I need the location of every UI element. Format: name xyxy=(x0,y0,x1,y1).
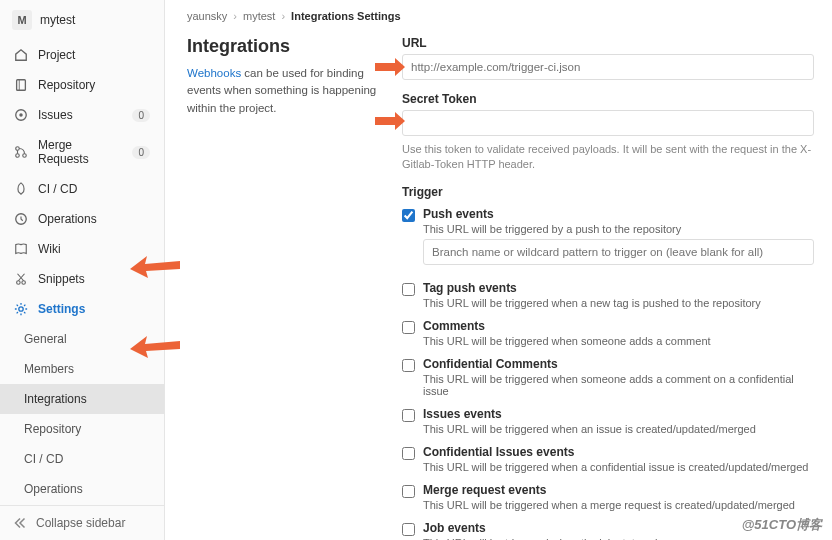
breadcrumb-group[interactable]: yaunsky xyxy=(187,10,227,22)
subnav-item-operations[interactable]: Operations xyxy=(0,474,164,504)
trigger-name: Merge request events xyxy=(423,483,814,497)
breadcrumb-current: Integrations Settings xyxy=(291,10,400,22)
subnav-label: General xyxy=(24,332,67,346)
sidebar-nav: ProjectRepositoryIssues0Merge Requests0C… xyxy=(0,40,164,505)
subnav-label: Operations xyxy=(24,482,83,496)
intro-text: Webhooks can be used for binding events … xyxy=(187,65,382,117)
repo-icon xyxy=(14,78,28,92)
sidebar-item-settings[interactable]: Settings xyxy=(0,294,164,324)
page-title: Integrations xyxy=(187,36,382,57)
snippets-icon xyxy=(14,272,28,286)
trigger-item: Push eventsThis URL will be triggered by… xyxy=(402,207,814,271)
trigger-list: Push eventsThis URL will be triggered by… xyxy=(402,207,814,540)
svg-point-5 xyxy=(23,154,27,158)
subnav-label: Integrations xyxy=(24,392,87,406)
breadcrumb-project[interactable]: mytest xyxy=(243,10,275,22)
svg-point-4 xyxy=(16,154,20,158)
trigger-name: Confidential Comments xyxy=(423,357,814,371)
subnav-item-ci-cd[interactable]: CI / CD xyxy=(0,444,164,474)
trigger-checkbox[interactable] xyxy=(402,321,415,334)
secret-input[interactable] xyxy=(402,110,814,136)
subnav-item-repository[interactable]: Repository xyxy=(0,414,164,444)
subnav-label: Repository xyxy=(24,422,81,436)
sidebar-item-repository[interactable]: Repository xyxy=(0,70,164,100)
trigger-checkbox[interactable] xyxy=(402,209,415,222)
sidebar-item-ci-cd[interactable]: CI / CD xyxy=(0,174,164,204)
trigger-item: CommentsThis URL will be triggered when … xyxy=(402,319,814,347)
sidebar-item-label: Settings xyxy=(38,302,85,316)
collapse-sidebar[interactable]: Collapse sidebar xyxy=(0,505,164,540)
trigger-item: Tag push eventsThis URL will be triggere… xyxy=(402,281,814,309)
sidebar-item-wiki[interactable]: Wiki xyxy=(0,234,164,264)
subnav-item-integrations[interactable]: Integrations xyxy=(0,384,164,414)
trigger-desc: This URL will be triggered when someone … xyxy=(423,335,814,347)
trigger-desc: This URL will be triggered when a new ta… xyxy=(423,297,814,309)
trigger-name: Confidential Issues events xyxy=(423,445,814,459)
svg-point-2 xyxy=(19,113,23,117)
sidebar-item-merge-requests[interactable]: Merge Requests0 xyxy=(0,130,164,174)
webhooks-link[interactable]: Webhooks xyxy=(187,67,241,79)
trigger-name: Tag push events xyxy=(423,281,814,295)
sidebar-item-project[interactable]: Project xyxy=(0,40,164,70)
sidebar-item-label: Snippets xyxy=(38,272,85,286)
count-badge: 0 xyxy=(132,109,150,122)
watermark: @51CTO博客 xyxy=(742,516,822,534)
svg-point-7 xyxy=(17,281,21,285)
sidebar-item-issues[interactable]: Issues0 xyxy=(0,100,164,130)
ops-icon xyxy=(14,212,28,226)
trigger-checkbox[interactable] xyxy=(402,447,415,460)
count-badge: 0 xyxy=(132,146,150,159)
trigger-item: Issues eventsThis URL will be triggered … xyxy=(402,407,814,435)
issues-icon xyxy=(14,108,28,122)
url-label: URL xyxy=(402,36,814,50)
sidebar-item-label: Merge Requests xyxy=(38,138,122,166)
trigger-desc: This URL will be triggered when a merge … xyxy=(423,499,814,511)
subnav-label: CI / CD xyxy=(24,452,63,466)
gear-icon xyxy=(14,302,28,316)
project-avatar: M xyxy=(12,10,32,30)
trigger-desc: This URL will be triggered when a confid… xyxy=(423,461,814,473)
trigger-checkbox[interactable] xyxy=(402,359,415,372)
trigger-item: Merge request eventsThis URL will be tri… xyxy=(402,483,814,511)
trigger-checkbox[interactable] xyxy=(402,485,415,498)
collapse-label: Collapse sidebar xyxy=(36,516,125,530)
trigger-checkbox[interactable] xyxy=(402,523,415,536)
sidebar-item-label: Operations xyxy=(38,212,97,226)
secret-help: Use this token to validate received payl… xyxy=(402,142,814,173)
url-input[interactable] xyxy=(402,54,814,80)
sidebar-item-label: CI / CD xyxy=(38,182,77,196)
trigger-desc: This URL will be triggered by a push to … xyxy=(423,223,814,235)
main-content: yaunsky › mytest › Integrations Settings… xyxy=(165,0,832,540)
merge-icon xyxy=(14,145,28,159)
svg-point-9 xyxy=(19,307,23,311)
project-name: mytest xyxy=(40,13,75,27)
sidebar-item-operations[interactable]: Operations xyxy=(0,204,164,234)
trigger-desc: This URL will be triggered when someone … xyxy=(423,373,814,397)
breadcrumb-sep: › xyxy=(281,10,285,22)
trigger-name: Issues events xyxy=(423,407,814,421)
rocket-icon xyxy=(14,182,28,196)
sidebar: M mytest ProjectRepositoryIssues0Merge R… xyxy=(0,0,165,540)
chevrons-left-icon xyxy=(14,517,26,529)
sidebar-item-label: Project xyxy=(38,48,75,62)
svg-point-8 xyxy=(22,281,26,285)
sidebar-item-label: Repository xyxy=(38,78,95,92)
trigger-checkbox[interactable] xyxy=(402,409,415,422)
trigger-item: Confidential CommentsThis URL will be tr… xyxy=(402,357,814,397)
svg-rect-0 xyxy=(17,80,26,91)
trigger-name: Push events xyxy=(423,207,814,221)
trigger-desc: This URL will be triggered when an issue… xyxy=(423,423,814,435)
subnav-item-general[interactable]: General xyxy=(0,324,164,354)
trigger-name: Comments xyxy=(423,319,814,333)
secret-label: Secret Token xyxy=(402,92,814,106)
subnav-label: Members xyxy=(24,362,74,376)
trigger-item: Confidential Issues eventsThis URL will … xyxy=(402,445,814,473)
sidebar-item-snippets[interactable]: Snippets xyxy=(0,264,164,294)
subnav-item-members[interactable]: Members xyxy=(0,354,164,384)
branch-filter-input[interactable] xyxy=(423,239,814,265)
trigger-checkbox[interactable] xyxy=(402,283,415,296)
breadcrumb-sep: › xyxy=(233,10,237,22)
sidebar-item-label: Wiki xyxy=(38,242,61,256)
sidebar-item-label: Issues xyxy=(38,108,73,122)
project-header[interactable]: M mytest xyxy=(0,0,164,40)
